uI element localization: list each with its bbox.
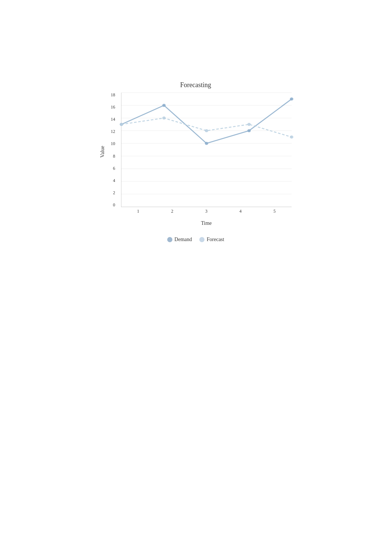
svg-point-17 xyxy=(205,129,208,132)
svg-point-18 xyxy=(247,123,251,126)
x-tick-3: 3 xyxy=(189,209,223,214)
y-tick-12: 12 xyxy=(111,129,115,134)
y-tick-0: 0 xyxy=(113,203,115,207)
svg-point-16 xyxy=(162,117,166,120)
x-tick-2: 2 xyxy=(155,209,189,214)
y-tick-4: 4 xyxy=(113,178,115,183)
plot-area xyxy=(121,93,292,207)
demand-line xyxy=(121,99,292,143)
chart-legend: Demand Forecast xyxy=(100,237,292,243)
chart-area: Value 0 2 4 6 8 10 12 14 16 18 xyxy=(100,93,292,218)
y-tick-16: 16 xyxy=(111,105,115,109)
legend-dot-demand xyxy=(167,237,172,242)
y-tick-8: 8 xyxy=(113,154,115,158)
chart-container: Forecasting Value 0 2 4 6 8 10 12 14 16 … xyxy=(100,81,292,236)
y-tick-14: 14 xyxy=(111,117,115,121)
legend-demand: Demand xyxy=(167,237,192,243)
y-axis: 0 2 4 6 8 10 12 14 16 18 xyxy=(107,93,118,207)
chart-inner: 0 2 4 6 8 10 12 14 16 18 xyxy=(107,93,292,218)
legend-forecast: Forecast xyxy=(199,237,224,243)
y-tick-6: 6 xyxy=(113,166,115,171)
x-tick-1: 1 xyxy=(121,209,155,214)
svg-point-12 xyxy=(205,142,208,145)
legend-dot-forecast xyxy=(199,237,204,242)
forecast-line xyxy=(121,118,292,137)
svg-point-15 xyxy=(120,123,123,126)
y-axis-label: Value xyxy=(100,146,106,158)
legend-forecast-label: Forecast xyxy=(207,237,224,243)
x-tick-5: 5 xyxy=(258,209,292,214)
y-tick-18: 18 xyxy=(111,93,115,97)
y-tick-2: 2 xyxy=(113,191,115,195)
x-axis-label: Time xyxy=(121,220,292,226)
svg-point-13 xyxy=(247,129,251,132)
x-axis: 1 2 3 4 5 xyxy=(121,207,292,218)
chart-title: Forecasting xyxy=(100,81,292,89)
x-tick-4: 4 xyxy=(223,209,257,214)
y-tick-10: 10 xyxy=(111,141,115,146)
legend-demand-label: Demand xyxy=(175,237,192,243)
svg-point-11 xyxy=(162,104,166,107)
chart-lines xyxy=(121,93,292,207)
svg-point-19 xyxy=(290,135,293,138)
svg-point-14 xyxy=(290,97,293,100)
